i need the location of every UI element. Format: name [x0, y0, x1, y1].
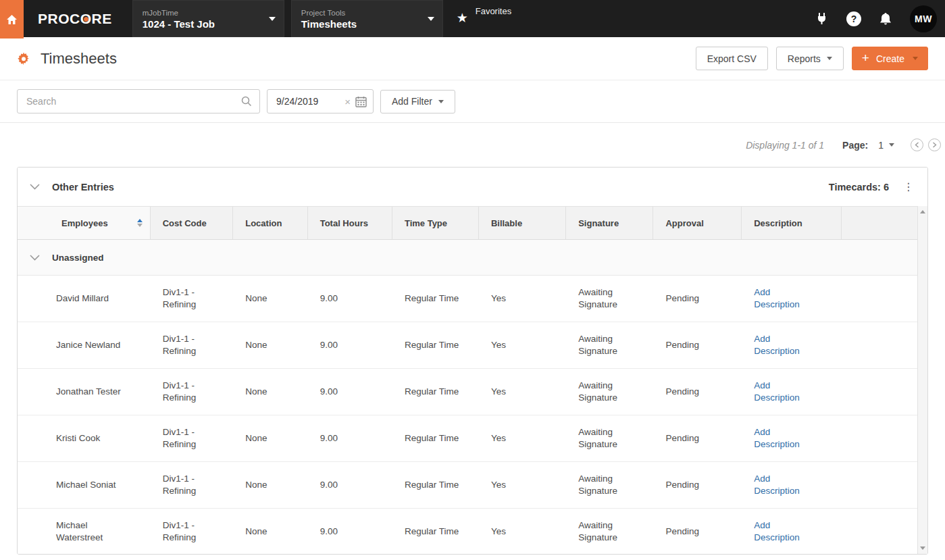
cell-filler [842, 369, 927, 415]
table-row: Jonathan Tester Div1-1 - Refining None 9… [18, 369, 927, 415]
project-picker[interactable]: mJobTime 1024 - Test Job [132, 0, 284, 37]
home-icon [6, 14, 18, 25]
cell-time-type: Regular Time [392, 415, 479, 461]
logo-orange-dot [84, 17, 88, 22]
calendar-icon[interactable] [355, 96, 373, 107]
help-icon: ? [846, 11, 861, 26]
add-description-link[interactable]: Add Description [754, 519, 811, 543]
create-button[interactable]: + Create [852, 47, 928, 70]
page-title: Timesheets [41, 50, 117, 68]
plus-icon: + [862, 51, 869, 64]
cell-filler [842, 322, 927, 368]
cell-approval: Pending [653, 509, 742, 555]
cell-approval: Pending [653, 415, 742, 461]
add-description-link[interactable]: Add Description [754, 333, 811, 357]
add-filter-button[interactable]: Add Filter [380, 90, 455, 113]
column-header-filler [842, 207, 927, 239]
procore-logo: PROCORE [38, 11, 112, 27]
avatar[interactable]: MW [910, 5, 937, 32]
pagination: Displaying 1-1 of 1 Page: 1 [0, 123, 945, 167]
cell-signature: Awaiting Signature [566, 369, 653, 415]
table-body: David Millard Div1-1 - Refining None 9.0… [18, 276, 927, 555]
cell-total-hours: 9.00 [308, 276, 392, 322]
cell-location: None [233, 276, 307, 322]
table-row: Michael Soniat Div1-1 - Refining None 9.… [18, 462, 927, 509]
cell-employee: Janice Newland [18, 322, 151, 368]
bell-icon [879, 12, 892, 26]
cell-cost-code: Div1-1 - Refining [151, 369, 234, 415]
cell-cost-code: Div1-1 - Refining [151, 415, 234, 461]
tool-picker-label: Project Tools [301, 9, 422, 17]
cell-cost-code: Div1-1 - Refining [151, 322, 234, 368]
cell-signature: Awaiting Signature [566, 322, 653, 368]
column-header-billable: Billable [479, 207, 566, 239]
cell-time-type: Regular Time [392, 509, 479, 555]
add-description-link[interactable]: Add Description [754, 286, 811, 310]
marketplace-button[interactable] [815, 12, 828, 25]
table-row: David Millard Div1-1 - Refining None 9.0… [18, 276, 927, 322]
cell-billable: Yes [479, 369, 566, 415]
tool-picker[interactable]: Project Tools Timesheets [291, 0, 443, 37]
star-icon: ★ [457, 11, 468, 24]
cell-filler [842, 462, 927, 508]
search-icon [241, 96, 259, 107]
chevron-down-icon [30, 255, 40, 261]
add-description-link[interactable]: Add Description [754, 426, 811, 450]
kebab-menu-icon[interactable]: ⋮ [900, 180, 917, 193]
cell-approval: Pending [653, 462, 742, 508]
filter-bar: 9/24/2019 × Add Filter [0, 89, 945, 113]
favorites-button[interactable]: ★ Favorites [451, 0, 526, 37]
collapse-section-button[interactable] [30, 184, 45, 190]
cell-cost-code: Div1-1 - Refining [151, 276, 234, 322]
cell-signature: Awaiting Signature [566, 415, 653, 461]
column-header-description: Description [742, 207, 842, 239]
cell-location: None [233, 462, 307, 508]
cell-filler [842, 415, 927, 461]
cell-description: Add Description [742, 322, 842, 368]
next-page-button[interactable] [928, 138, 941, 151]
page-select[interactable]: 1 [878, 140, 894, 151]
cell-time-type: Regular Time [392, 462, 479, 508]
cell-employee: Michael Soniat [18, 462, 151, 508]
scroll-down-icon[interactable] [920, 546, 925, 550]
help-button[interactable]: ? [846, 11, 861, 26]
cell-billable: Yes [479, 276, 566, 322]
column-header-signature: Signature [566, 207, 653, 239]
add-description-link[interactable]: Add Description [754, 380, 811, 403]
project-picker-label: mJobTime [143, 9, 263, 17]
search-input[interactable] [18, 96, 241, 107]
navbar-right: ? MW [815, 0, 945, 37]
gear-icon [17, 52, 30, 66]
home-button[interactable] [0, 0, 24, 39]
cell-time-type: Regular Time [392, 276, 479, 322]
add-description-link[interactable]: Add Description [754, 473, 811, 497]
top-navbar: PROCORE mJobTime 1024 - Test Job Project… [0, 0, 945, 37]
cell-approval: Pending [653, 322, 742, 368]
cell-total-hours: 9.00 [308, 415, 392, 461]
cell-location: None [233, 322, 307, 368]
cell-employee: David Millard [18, 276, 151, 322]
column-header-employees[interactable]: Employees [18, 207, 151, 239]
cell-signature: Awaiting Signature [566, 462, 653, 508]
export-csv-button[interactable]: Export CSV [696, 47, 768, 70]
previous-page-button[interactable] [911, 138, 923, 151]
logo-text: RE [92, 11, 112, 26]
reports-button[interactable]: Reports [776, 47, 844, 70]
page-label: Page: [842, 140, 868, 151]
cell-signature: Awaiting Signature [566, 276, 653, 322]
collapse-group-button[interactable] [30, 255, 45, 261]
clear-date-icon[interactable]: × [340, 96, 355, 107]
column-header-location: Location [233, 207, 307, 239]
notifications-button[interactable] [879, 12, 892, 26]
scroll-up-icon[interactable] [920, 210, 925, 213]
chevron-down-icon [889, 143, 894, 147]
cell-time-type: Regular Time [392, 369, 479, 415]
date-filter[interactable]: 9/24/2019 × [267, 89, 374, 113]
cell-cost-code: Div1-1 - Refining [151, 509, 234, 555]
cell-total-hours: 9.00 [308, 322, 392, 368]
displaying-text: Displaying 1-1 of 1 [746, 140, 824, 151]
vertical-scrollbar[interactable] [917, 206, 927, 554]
page-header: Timesheets Export CSV Reports + Create [0, 37, 945, 80]
cell-approval: Pending [653, 276, 742, 322]
table-row: Janice Newland Div1-1 - Refining None 9.… [18, 322, 927, 369]
